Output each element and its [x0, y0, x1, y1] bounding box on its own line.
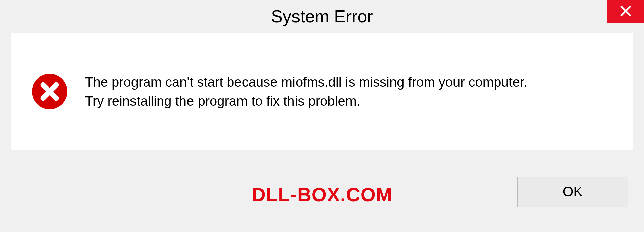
- close-icon: [619, 5, 632, 19]
- error-message: The program can't start because miofms.d…: [85, 73, 527, 110]
- dialog-footer: DLL-BOX.COM OK: [0, 168, 644, 232]
- watermark-text: DLL-BOX.COM: [252, 183, 392, 206]
- titlebar: System Error: [0, 0, 644, 33]
- window-title: System Error: [271, 6, 373, 26]
- close-button[interactable]: [607, 0, 644, 23]
- error-message-line2: Try reinstalling the program to fix this…: [85, 92, 527, 110]
- ok-button[interactable]: OK: [517, 177, 628, 207]
- dialog-body: The program can't start because miofms.d…: [11, 33, 633, 150]
- error-message-line1: The program can't start because miofms.d…: [85, 73, 527, 92]
- error-icon: [31, 73, 68, 110]
